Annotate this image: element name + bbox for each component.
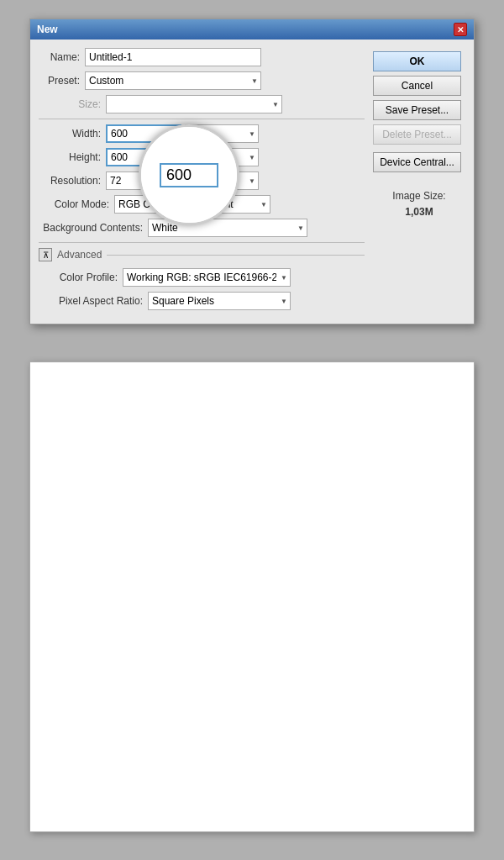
pixelasp-select[interactable]: Square Pixels D1/DV NTSC (0.91): [148, 292, 291, 310]
resolution-label: Resolution:: [39, 175, 106, 187]
width-label: Width:: [39, 128, 106, 140]
bgcontents-label: Background Contents:: [39, 222, 148, 234]
colorprofile-select-wrapper: Working RGB: sRGB IEC61966-2.1: [123, 268, 291, 287]
size-select-wrapper: [106, 95, 282, 113]
height-label: Height:: [39, 151, 106, 163]
dialog-title: New: [37, 24, 58, 35]
separator-1: [39, 119, 365, 119]
advanced-label: Advanced: [57, 249, 102, 261]
close-button[interactable]: ✕: [454, 23, 467, 36]
size-select[interactable]: [106, 95, 282, 113]
pixelasp-select-wrapper: Square Pixels D1/DV NTSC (0.91): [148, 292, 291, 310]
advanced-row: ⊼ Advanced: [39, 248, 365, 261]
preset-row: Preset: Custom: [39, 71, 365, 90]
cancel-button[interactable]: Cancel: [373, 76, 461, 96]
image-size-label: Image Size:: [373, 190, 465, 202]
magnifier-height-field: [160, 163, 218, 187]
dialog-titlebar: New ✕: [30, 19, 474, 40]
magnifier-content: [141, 127, 237, 223]
name-row: Name:: [39, 48, 365, 66]
pixelasp-row: Pixel Aspect Ratio: Square Pixels D1/DV …: [39, 292, 365, 310]
magnifier-overlay: [139, 124, 239, 225]
colormode-label: Color Mode:: [39, 198, 114, 210]
advanced-divider: [107, 255, 365, 256]
delete-preset-button[interactable]: Delete Preset...: [373, 124, 461, 145]
advanced-collapse-button[interactable]: ⊼: [39, 248, 52, 261]
save-preset-button[interactable]: Save Preset...: [373, 100, 461, 120]
pixelasp-label: Pixel Aspect Ratio:: [39, 295, 148, 307]
dialog-body: Name: Preset: Custom Size:: [30, 40, 474, 324]
image-size-value: 1,03M: [373, 206, 465, 218]
ok-button[interactable]: OK: [373, 51, 461, 71]
name-input[interactable]: [85, 48, 261, 66]
device-central-button[interactable]: Device Central...: [373, 152, 461, 172]
dialog-buttons: OK Cancel Save Preset... Delete Preset..…: [373, 48, 465, 315]
colorprofile-row: Color Profile: Working RGB: sRGB IEC6196…: [39, 268, 365, 287]
canvas-area: [29, 361, 475, 832]
separator-2: [39, 242, 365, 243]
preset-label: Preset:: [39, 75, 85, 87]
new-dialog: New ✕ Name: Preset: Custom: [29, 18, 475, 324]
colorprofile-label: Color Profile:: [39, 272, 123, 283]
colorprofile-select[interactable]: Working RGB: sRGB IEC61966-2.1: [123, 268, 291, 287]
name-label: Name:: [39, 51, 85, 63]
preset-select-wrapper: Custom: [85, 71, 261, 90]
size-row: Size:: [39, 95, 365, 113]
preset-select[interactable]: Custom: [85, 71, 261, 90]
size-label: Size:: [39, 98, 106, 110]
